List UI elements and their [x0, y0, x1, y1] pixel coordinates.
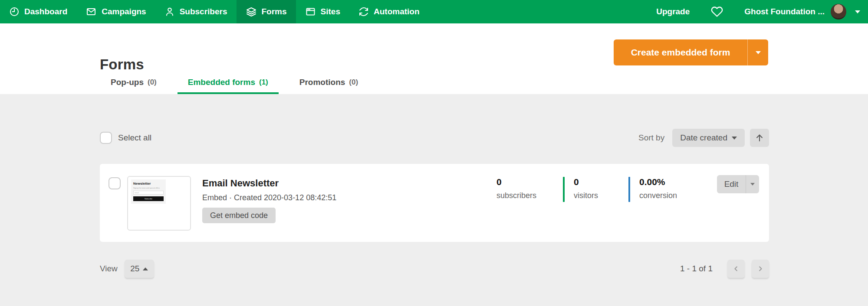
list-toolbar: Select all Sort by Date created	[100, 129, 769, 147]
next-page-button[interactable]	[752, 260, 769, 278]
nav-item-label: Sites	[321, 7, 340, 16]
pagination: 1 - 1 of 1	[680, 260, 769, 278]
thumbnail-subtext: Signup for news and special offers	[133, 187, 164, 189]
edit-button[interactable]: Edit	[717, 175, 746, 193]
tab-label: Pop-ups	[111, 78, 144, 87]
triangle-up-icon	[143, 267, 148, 270]
view-label: View	[100, 264, 118, 273]
arrow-up-icon	[755, 133, 764, 143]
triangle-down-icon	[756, 51, 761, 54]
nav-item-sites[interactable]: Sites	[296, 0, 349, 23]
sort-field-dropdown[interactable]: Date created	[672, 129, 745, 147]
edit-dropdown-toggle[interactable]	[746, 175, 759, 193]
stat-label: visitors	[574, 191, 598, 200]
nav-item-label: Campaigns	[102, 7, 146, 16]
chevron-left-icon	[732, 265, 740, 273]
tab-count: (1)	[259, 78, 268, 87]
nav-item-label: Automation	[374, 7, 420, 16]
nav-item-label: Subscribers	[180, 7, 227, 16]
form-list-item: Newsletter Signup for news and special o…	[100, 164, 769, 242]
select-all-checkbox[interactable]	[100, 132, 112, 144]
prev-page-button[interactable]	[727, 260, 745, 278]
chevron-down-icon	[855, 10, 860, 13]
nav-item-subscribers[interactable]: Subscribers	[155, 0, 237, 23]
stat-label: subscribers	[496, 191, 536, 200]
upgrade-link[interactable]: Upgrade	[646, 7, 700, 16]
nav-item-automation[interactable]: Automation	[349, 0, 429, 23]
forms-tabs: Pop-ups (0) Embedded forms (1) Promotion…	[100, 72, 368, 94]
account-name: Ghost Foundation ...	[744, 7, 825, 16]
form-title-link[interactable]: Email Newsletter	[202, 178, 279, 189]
stat-value: 0.00%	[639, 177, 677, 187]
form-row-checkbox[interactable]	[108, 177, 121, 189]
page-size-value: 25	[130, 264, 139, 273]
tab-embedded-forms[interactable]: Embedded forms (1)	[178, 72, 279, 94]
stat-divider-blue	[628, 177, 630, 202]
person-icon	[164, 7, 175, 17]
tab-label: Embedded forms	[188, 78, 255, 87]
tab-promotions[interactable]: Promotions (0)	[289, 72, 368, 94]
nav-right-group: Upgrade Ghost Foundation ...	[646, 0, 868, 23]
sync-icon	[358, 7, 369, 17]
avatar	[831, 4, 846, 20]
thumbnail-input: email	[133, 191, 164, 195]
form-thumbnail[interactable]: Newsletter Signup for news and special o…	[127, 176, 191, 231]
stat-value: 0	[574, 177, 598, 187]
nav-item-forms[interactable]: Forms	[237, 0, 296, 23]
edit-button-group: Edit	[717, 175, 759, 193]
create-embedded-form-button[interactable]: Create embedded form	[614, 39, 768, 65]
nav-item-label: Dashboard	[24, 7, 67, 16]
nav-item-campaigns[interactable]: Campaigns	[76, 0, 155, 23]
triangle-down-icon	[750, 183, 755, 186]
account-menu[interactable]: Ghost Foundation ...	[734, 4, 860, 20]
tab-count: (0)	[349, 78, 358, 87]
stat-label: conversion	[639, 191, 677, 200]
clock-icon	[9, 7, 20, 17]
pagination-range: 1 - 1 of 1	[680, 264, 713, 273]
triangle-down-icon	[732, 137, 737, 140]
form-thumbnail-preview: Newsletter Signup for news and special o…	[131, 179, 166, 204]
stat-value: 0	[496, 177, 536, 187]
page-title: Forms	[100, 56, 144, 73]
heart-outline-icon	[710, 6, 723, 18]
page-size-dropdown[interactable]: 25	[125, 260, 154, 278]
create-embedded-form-label[interactable]: Create embedded form	[614, 39, 747, 65]
sort-direction-button[interactable]	[750, 129, 769, 147]
page-header: Forms Create embedded form Pop-ups (0) E…	[0, 23, 868, 94]
get-embed-code-button[interactable]: Get embed code	[202, 208, 276, 223]
browser-icon	[305, 7, 316, 17]
select-all-label: Select all	[118, 133, 151, 143]
stat-conversion: 0.00% conversion	[639, 177, 677, 200]
tab-popups[interactable]: Pop-ups (0)	[100, 72, 167, 94]
stat-divider-green	[563, 177, 565, 202]
tab-label: Promotions	[299, 78, 345, 87]
main-nav: Dashboard Campaigns Subscribers Forms Si…	[0, 0, 868, 23]
thumbnail-heading: Newsletter	[133, 182, 164, 186]
sort-by-label: Sort by	[638, 133, 664, 143]
favorites-button[interactable]	[700, 6, 734, 18]
nav-item-dashboard[interactable]: Dashboard	[0, 0, 76, 23]
stat-subscribers: 0 subscribers	[496, 177, 536, 200]
chevron-right-icon	[756, 265, 764, 273]
stat-visitors: 0 visitors	[574, 177, 598, 200]
create-form-dropdown-toggle[interactable]	[747, 39, 768, 65]
envelope-icon	[85, 7, 97, 17]
sort-controls: Sort by Date created	[638, 129, 769, 147]
layers-icon	[246, 7, 257, 17]
sort-field-value: Date created	[680, 133, 727, 143]
form-meta: Embed · Created 2020-03-12 08:42:51	[202, 193, 336, 202]
list-footer: View 25 1 - 1 of 1	[100, 260, 769, 278]
tab-count: (0)	[148, 78, 157, 87]
nav-item-label: Forms	[262, 7, 287, 16]
thumbnail-subscribe-button: Subscribe	[133, 196, 164, 201]
